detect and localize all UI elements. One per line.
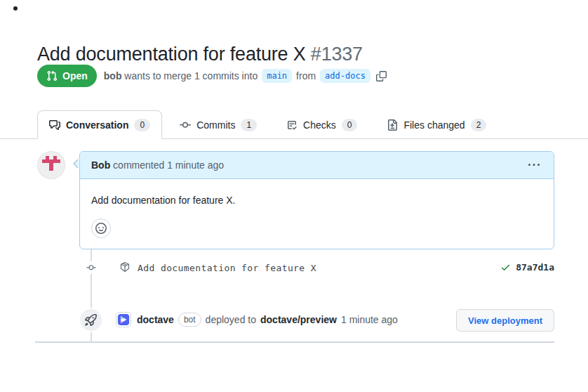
tab-checks-count: 0 <box>342 119 358 131</box>
pr-meta-action: wants to merge 1 commits into <box>124 70 258 81</box>
head-branch-chip[interactable]: add-docs <box>320 69 370 83</box>
pr-tabs: Conversation 0 Commits 1 Checks 0 Files … <box>37 110 498 139</box>
add-reaction-button[interactable] <box>91 218 111 238</box>
tab-conversation-count: 0 <box>134 119 150 131</box>
tab-commits-count: 1 <box>241 119 257 131</box>
comment-options-button[interactable] <box>526 157 542 174</box>
commit-sha-link[interactable]: 87a7d1a <box>516 262 554 273</box>
copy-icon <box>376 71 387 81</box>
pr-meta-row: Open bob wants to merge 1 commits into m… <box>37 65 387 87</box>
timeline-commit-icon <box>81 261 101 274</box>
pr-title: Add documentation for feature X #1337 <box>37 44 363 65</box>
comment-text: Add documentation for feature X. <box>91 193 542 207</box>
base-branch-chip[interactable]: main <box>262 69 292 83</box>
identicon-image <box>42 156 60 174</box>
deploy-environment: doctave/preview <box>260 314 337 325</box>
comment-author[interactable]: Bob <box>91 159 110 171</box>
tab-conversation-label: Conversation <box>66 119 128 131</box>
comment-box: Bob commented 1 minute ago Add documenta… <box>79 151 554 249</box>
commit-status: 87a7d1a <box>500 262 554 273</box>
comment-header: Bob commented 1 minute ago <box>80 152 554 179</box>
tab-files-changed[interactable]: Files changed 2 <box>375 110 498 139</box>
pr-meta-text: bob wants to merge 1 commits into main f… <box>104 69 387 83</box>
comment-discussion-icon <box>49 119 60 131</box>
tab-files-changed-label: Files changed <box>403 119 465 131</box>
avatar[interactable] <box>37 151 65 179</box>
tab-commits-label: Commits <box>196 119 235 131</box>
comment-meta: commented 1 minute ago <box>113 159 224 171</box>
tab-checks[interactable]: Checks 0 <box>274 110 369 139</box>
kebab-horizontal-icon <box>528 159 540 171</box>
checklist-icon <box>286 119 298 131</box>
pr-state-label: Open <box>62 70 88 81</box>
comment-caret-fill <box>74 159 79 168</box>
view-deployment-button[interactable]: View deployment <box>456 309 554 332</box>
bottom-divider <box>35 341 554 343</box>
deployment-event: doctave bot deployed to doctave/preview … <box>116 312 398 327</box>
pr-author[interactable]: bob <box>104 70 122 81</box>
commit-message-link[interactable]: Add documentation for feature X <box>138 263 316 273</box>
deploy-action-text: deployed to <box>206 314 256 325</box>
committer-cube-icon <box>119 261 131 273</box>
file-diff-icon <box>387 119 398 131</box>
tab-commits[interactable]: Commits 1 <box>168 110 269 139</box>
bot-badge: bot <box>178 313 201 327</box>
decorative-dot <box>13 6 18 11</box>
pr-tabbar: Conversation 0 Commits 1 Checks 0 Files … <box>0 110 588 139</box>
doctave-app-logo[interactable] <box>116 312 131 327</box>
smiley-icon <box>95 223 107 234</box>
git-pull-request-icon <box>46 70 58 81</box>
pr-number: #1337 <box>311 44 363 65</box>
check-icon[interactable] <box>500 262 511 273</box>
deploy-app-name[interactable]: doctave <box>137 314 174 325</box>
tab-files-changed-count: 2 <box>471 119 487 131</box>
tab-conversation[interactable]: Conversation 0 <box>37 110 162 139</box>
git-commit-icon <box>180 119 191 131</box>
copy-branch-button[interactable] <box>376 71 387 81</box>
tab-checks-label: Checks <box>303 119 336 131</box>
deploy-time: 1 minute ago <box>341 314 398 325</box>
pr-meta-from: from <box>296 70 316 81</box>
comment-body: Add documentation for feature X. <box>80 179 554 249</box>
pr-title-text: Add documentation for feature X <box>37 44 306 65</box>
pr-state-badge: Open <box>37 65 97 87</box>
rocket-icon <box>80 309 102 331</box>
